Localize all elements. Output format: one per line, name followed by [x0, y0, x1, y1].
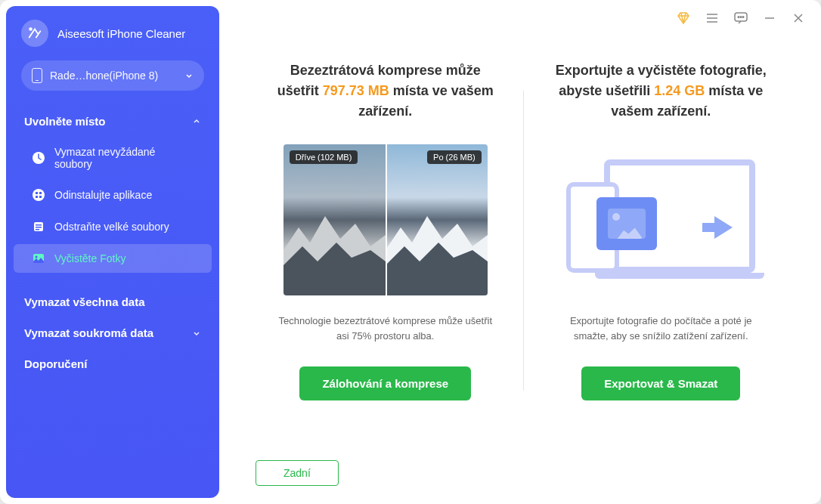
nav-item-large-files[interactable]: Odstraňte velké soubory [14, 212, 212, 241]
svg-point-12 [36, 256, 38, 258]
logo-row: Aiseesoft iPhone Cleaner [6, 20, 219, 60]
premium-icon[interactable] [676, 11, 691, 26]
tag-after: Po (26 MB) [427, 150, 482, 164]
nav-item-junk[interactable]: Vymazat nevyžádané soubory [14, 138, 212, 178]
svg-rect-10 [36, 229, 39, 230]
compress-headline: Bezeztrátová komprese může ušetřit 797.7… [271, 60, 500, 122]
minimize-button[interactable] [762, 11, 777, 26]
file-icon [32, 220, 45, 233]
compress-panel: Bezeztrátová komprese může ušetřit 797.7… [248, 60, 523, 481]
svg-rect-9 [36, 227, 42, 228]
svg-point-16 [742, 17, 744, 18]
compress-illustration: Dříve (102 MB) Po (26 MB) [283, 144, 488, 295]
section-recommend[interactable]: Doporučení [6, 348, 219, 379]
tag-before: Dříve (102 MB) [290, 150, 358, 164]
svg-rect-4 [39, 192, 42, 194]
phone-icon [32, 68, 42, 83]
svg-rect-6 [39, 196, 42, 198]
headline-accent: 797.73 MB [323, 83, 389, 98]
backup-compress-button[interactable]: Zálohování a komprese [299, 366, 471, 400]
close-button[interactable] [791, 11, 806, 26]
section-label: Uvolněte místo [24, 115, 106, 128]
export-desc: Exportujte fotografie do počítače a poté… [547, 314, 776, 344]
apps-icon [32, 188, 45, 202]
export-illustration [559, 144, 763, 295]
compress-desc: Technologie bezeztrátové komprese může u… [271, 314, 500, 344]
device-label: Rade…hone(iPhone 8) [50, 70, 184, 82]
svg-rect-5 [36, 196, 38, 198]
picture-icon [596, 197, 657, 250]
clock-icon [32, 151, 45, 165]
section-label: Vymazat soukromá data [24, 326, 153, 339]
section-label: Vymazat všechna data [24, 295, 145, 308]
chevron-up-icon [192, 117, 201, 126]
app-window: Aiseesoft iPhone Cleaner Rade…hone(iPhon… [0, 0, 821, 504]
export-panel: Exportujte a vyčistěte fotografie, abyst… [524, 60, 799, 481]
svg-rect-3 [36, 192, 38, 194]
titlebar [661, 0, 821, 36]
nav-item-uninstall[interactable]: Odinstalujte aplikace [14, 181, 212, 209]
export-delete-button[interactable]: Exportovat & Smazat [581, 366, 740, 400]
arrow-right-icon [702, 216, 733, 239]
nav-label: Vyčistěte Fotky [54, 252, 125, 264]
svg-point-14 [738, 17, 739, 18]
svg-rect-8 [36, 224, 42, 226]
nav-label: Odstraňte velké soubory [54, 221, 169, 233]
back-button[interactable]: Zadní [256, 460, 339, 486]
svg-point-15 [740, 17, 742, 18]
export-headline: Exportujte a vyčistěte fotografie, abyst… [547, 60, 776, 122]
section-free-space[interactable]: Uvolněte místo [6, 106, 219, 137]
panels: Bezeztrátová komprese může ušetřit 797.7… [225, 0, 821, 504]
device-selector[interactable]: Rade…hone(iPhone 8) [21, 60, 204, 91]
svg-point-2 [33, 189, 45, 201]
headline-accent: 1.24 GB [654, 83, 705, 98]
nav-label: Odinstalujte aplikace [54, 189, 152, 201]
nav-label: Vymazat nevyžádané soubory [54, 146, 194, 170]
section-erase-private[interactable]: Vymazat soukromá data [6, 317, 219, 348]
app-title: Aiseesoft iPhone Cleaner [57, 27, 185, 40]
nav-item-photos[interactable]: Vyčistěte Fotky [14, 244, 212, 273]
sidebar: Aiseesoft iPhone Cleaner Rade…hone(iPhon… [6, 6, 219, 498]
feedback-icon[interactable] [733, 11, 748, 26]
svg-point-0 [29, 28, 32, 30]
app-logo-icon [21, 20, 48, 47]
section-label: Doporučení [24, 357, 87, 370]
chevron-down-icon [192, 329, 201, 338]
menu-icon[interactable] [705, 11, 720, 26]
section-erase-all[interactable]: Vymazat všechna data [6, 286, 219, 317]
main-content: Bezeztrátová komprese může ušetřit 797.7… [225, 0, 821, 504]
photo-icon [32, 252, 45, 265]
chevron-down-icon [184, 71, 194, 80]
